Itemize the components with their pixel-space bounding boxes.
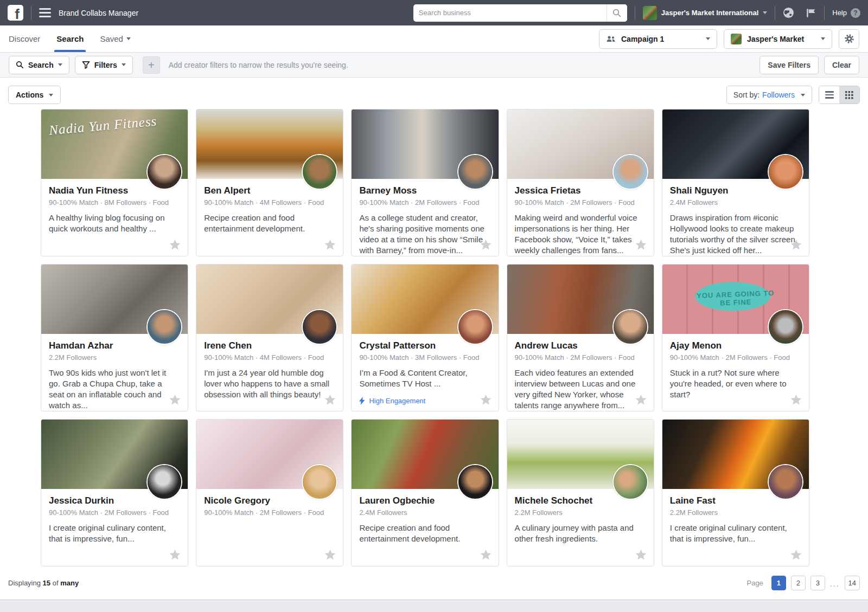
creator-description: Making weird and wonderful voice imperso… [515, 212, 646, 256]
creator-card[interactable]: YOU ARE GOING TO BE FINE Ajay Menon 90-1… [662, 264, 809, 411]
creator-name: Shali Nguyen [670, 185, 768, 196]
page-button-last[interactable]: 14 [845, 576, 860, 590]
campaign-selector[interactable]: Campaign 1 [599, 29, 717, 49]
creator-card[interactable]: Lauren Ogbechie 2.4M Followers Recipe cr… [351, 419, 499, 566]
help-menu[interactable]: Help ? [832, 8, 860, 18]
account-menu[interactable]: Jasper's Market International [643, 6, 767, 20]
save-star-icon[interactable] [324, 395, 336, 405]
save-star-icon[interactable] [635, 240, 647, 250]
actions-dropdown[interactable]: Actions [8, 86, 61, 104]
creator-avatar [458, 465, 492, 499]
creator-card[interactable]: Jessica Durkin 90-100% Match · 2M Follow… [41, 419, 188, 566]
creator-card[interactable]: Michele Schochet 2.2M Followers A culina… [507, 419, 654, 566]
creator-card[interactable]: Barney Moss 90-100% Match · 2M Followers… [351, 109, 499, 256]
page-button-3[interactable]: 3 [810, 576, 825, 590]
flag-icon[interactable] [805, 7, 816, 18]
creator-card[interactable]: Irene Chen 90-100% Match · 4M Followers … [196, 264, 343, 411]
facebook-logo[interactable]: f [8, 5, 23, 21]
app-title: Brand Collabs Manager [59, 9, 138, 17]
page-selector[interactable]: Jasper's Market [724, 29, 832, 49]
hamburger-menu-icon[interactable] [39, 8, 51, 17]
creator-card[interactable]: Shali Nguyen 2.4M Followers Draws inspir… [662, 109, 809, 256]
creator-name: Hamdan Azhar [49, 340, 146, 351]
results-footer: Displaying 15 of many Page 1 2 3 ... 14 [0, 566, 868, 599]
creator-card[interactable]: Laine Fast 2.2M Followers I create origi… [662, 419, 809, 566]
creator-name: Nicole Gregory [204, 495, 302, 506]
view-toggle [819, 86, 860, 104]
creator-avatar [148, 465, 181, 499]
creator-card[interactable]: Crystal Patterson 90-100% Match · 3M Fol… [351, 264, 499, 411]
save-star-icon[interactable] [169, 395, 181, 405]
list-view-icon [825, 91, 834, 99]
creator-avatar [303, 465, 336, 499]
question-mark-icon: ? [851, 8, 860, 18]
creator-name: Ajay Menon [670, 340, 768, 351]
creator-card[interactable]: Jessica Frietas 90-100% Match · 2M Follo… [507, 109, 654, 256]
search-business-input[interactable] [413, 9, 607, 17]
save-star-icon[interactable] [324, 550, 336, 561]
high-engagement-badge: High Engagement [359, 397, 490, 405]
clear-filters-button[interactable]: Clear [824, 56, 859, 74]
creator-description: A healthy living blog focusing on quick … [49, 212, 180, 234]
save-star-icon[interactable] [324, 240, 336, 250]
sort-by-dropdown[interactable]: Sort by: Followers [726, 86, 812, 104]
page-button-1[interactable]: 1 [771, 576, 786, 590]
add-filter-button[interactable]: + [143, 56, 160, 74]
creator-avatar [458, 155, 492, 189]
list-view-button[interactable] [819, 86, 839, 104]
creator-grid: Nadia Yun Fitness Nadia Yun Fitness 90-1… [0, 109, 868, 566]
creator-card[interactable]: Nicole Gregory 90-100% Match · 2M Follow… [196, 419, 343, 566]
search-icon[interactable] [607, 4, 627, 22]
creator-card[interactable]: Ben Alpert 90-100% Match · 4M Followers … [196, 109, 343, 256]
pagination: Page 1 2 3 ... 14 [746, 576, 860, 590]
save-star-icon[interactable] [790, 240, 802, 250]
search-filter-dropdown[interactable]: Search [9, 56, 69, 74]
creator-avatar [614, 310, 647, 344]
page-button-2[interactable]: 2 [791, 576, 806, 590]
chevron-down-icon [126, 37, 131, 40]
globe-icon[interactable] [783, 7, 794, 18]
tab-discover[interactable]: Discover [9, 25, 40, 52]
save-star-icon[interactable] [169, 550, 181, 561]
save-star-icon[interactable] [169, 240, 181, 250]
funnel-icon [82, 61, 90, 69]
save-star-icon[interactable] [790, 550, 802, 561]
save-filters-button[interactable]: Save Filters [760, 56, 819, 74]
save-star-icon[interactable] [480, 240, 492, 250]
creator-meta: 90-100% Match · 2M Followers · Food [670, 353, 801, 362]
tab-search[interactable]: Search [56, 25, 84, 52]
results-panel: Actions Sort by: Followers [0, 78, 868, 600]
creator-avatar [303, 310, 336, 344]
chevron-down-icon [706, 37, 710, 40]
creator-meta: 90-100% Match · 2M Followers · Food [515, 198, 646, 207]
creator-card[interactable]: Nadia Yun Fitness Nadia Yun Fitness 90-1… [41, 109, 188, 256]
settings-button[interactable] [839, 29, 859, 49]
creator-card[interactable]: Hamdan Azhar 2.2M Followers Two 90s kids… [41, 264, 188, 411]
creator-description: A culinary journey with pasta and other … [515, 523, 646, 544]
tab-saved[interactable]: Saved [100, 25, 131, 52]
filters-label: Filters [94, 61, 117, 69]
creator-name: Andrew Lucas [515, 340, 612, 351]
chevron-down-icon [122, 63, 126, 66]
actions-label: Actions [16, 91, 43, 99]
save-star-icon[interactable] [635, 395, 647, 405]
creator-name: Ben Alpert [204, 185, 302, 196]
creator-description: Recipe creation and food entertainment d… [204, 212, 335, 234]
chevron-down-icon [821, 37, 825, 40]
creator-description: I’m a Food & Content Creator, Sometimes … [359, 368, 490, 389]
chevron-down-icon [801, 94, 805, 96]
filters-dropdown[interactable]: Filters [75, 56, 133, 74]
page-ellipsis: ... [830, 579, 840, 590]
save-star-icon[interactable] [480, 395, 492, 405]
save-star-icon[interactable] [635, 550, 647, 561]
save-star-icon[interactable] [480, 550, 492, 561]
creator-meta: 2.2M Followers [49, 353, 180, 362]
creator-card[interactable]: Andrew Lucas 90-100% Match · 2M Follower… [507, 264, 654, 411]
divider [824, 6, 825, 20]
creator-description: As a college student and creator, he's s… [359, 212, 490, 256]
creator-meta: 2.4M Followers [670, 198, 801, 207]
lightning-bolt-icon [359, 397, 365, 405]
creator-avatar [769, 465, 802, 499]
save-star-icon[interactable] [790, 395, 802, 405]
grid-view-button[interactable] [839, 86, 859, 104]
